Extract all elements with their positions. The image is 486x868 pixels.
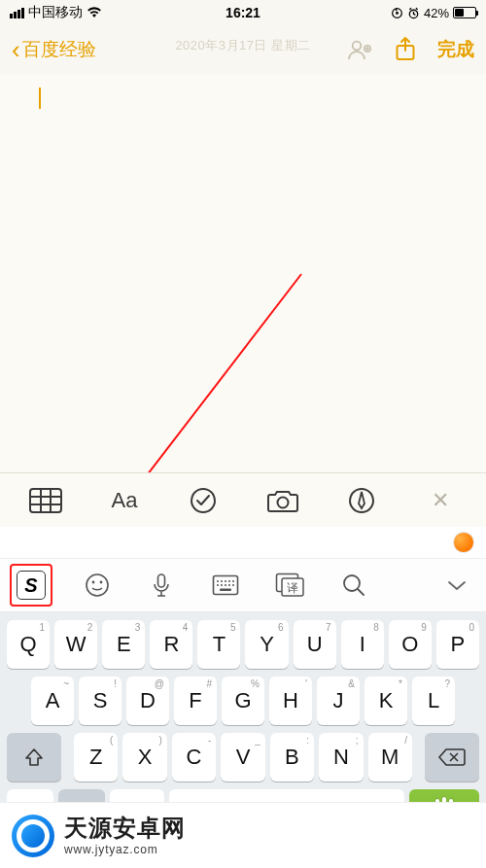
sogou-s-label: S <box>24 574 37 597</box>
status-bar: 中国移动 16:21 42% <box>0 0 486 25</box>
backspace-key[interactable] <box>425 733 479 781</box>
ime-avatar-icon[interactable] <box>453 532 474 553</box>
battery-percent: 42% <box>424 6 449 20</box>
done-button[interactable]: 完成 <box>437 37 474 62</box>
svg-line-35 <box>358 589 364 595</box>
key-p[interactable]: P0 <box>436 620 479 669</box>
svg-point-25 <box>217 584 219 586</box>
checklist-button[interactable] <box>184 481 223 520</box>
shift-key[interactable] <box>7 733 61 781</box>
wifi-icon <box>87 7 102 18</box>
key-i[interactable]: I8 <box>341 620 384 669</box>
key-r[interactable]: R4 <box>150 620 192 669</box>
dismiss-keyboard-button[interactable]: ✕ <box>421 481 460 520</box>
camera-button[interactable] <box>263 481 302 520</box>
alarm-icon <box>407 7 420 19</box>
svg-point-17 <box>100 581 103 584</box>
close-icon: ✕ <box>432 488 449 513</box>
key-c[interactable]: C- <box>172 733 216 781</box>
status-time: 16:21 <box>226 5 260 20</box>
signal-icon <box>10 8 24 18</box>
svg-point-23 <box>228 580 230 582</box>
key-d[interactable]: D@ <box>126 677 169 725</box>
back-label: 百度经验 <box>22 37 96 62</box>
keyboard-switch-button[interactable] <box>206 566 245 605</box>
svg-point-29 <box>232 584 234 586</box>
key-e[interactable]: E3 <box>102 620 145 669</box>
key-f[interactable]: F# <box>174 677 217 725</box>
nav-bar: ‹ 百度经验 2020年3月17日 星期二 完成 <box>0 25 486 74</box>
translate-button[interactable]: 译 <box>270 566 309 605</box>
key-a[interactable]: A~ <box>31 677 74 725</box>
svg-rect-30 <box>220 589 231 592</box>
key-k[interactable]: K* <box>364 677 407 725</box>
key-z[interactable]: Z( <box>74 733 118 781</box>
svg-rect-1 <box>396 12 399 15</box>
key-q[interactable]: Q1 <box>7 620 50 669</box>
key-y[interactable]: Y6 <box>245 620 288 669</box>
svg-point-16 <box>92 581 95 584</box>
back-button[interactable]: ‹ 百度经验 <box>12 37 96 62</box>
search-button[interactable] <box>334 566 373 605</box>
key-n[interactable]: N; <box>319 733 363 781</box>
svg-point-13 <box>277 497 288 507</box>
key-u[interactable]: U7 <box>294 620 336 669</box>
collaborate-icon[interactable] <box>346 38 373 61</box>
svg-point-26 <box>221 584 223 586</box>
watermark-logo-icon <box>12 815 54 857</box>
svg-point-3 <box>353 42 362 51</box>
key-x[interactable]: X) <box>122 733 166 781</box>
key-o[interactable]: O9 <box>389 620 432 669</box>
key-s[interactable]: S! <box>79 677 122 725</box>
format-toolbar: Aa ✕ <box>0 472 486 527</box>
soft-keyboard: Q1W2E3R4T5Y6U7I8O9P0 A~S!D@F#G%H'J&K*L? … <box>0 612 486 802</box>
key-m[interactable]: M/ <box>368 733 412 781</box>
table-button[interactable] <box>26 481 65 520</box>
voice-button[interactable] <box>142 566 181 605</box>
watermark-url: www.jytyaz.com <box>64 843 186 857</box>
svg-point-22 <box>225 580 226 582</box>
carrier-label: 中国移动 <box>28 4 83 21</box>
note-editor[interactable] <box>0 74 486 472</box>
emoji-button[interactable] <box>78 566 117 605</box>
text-style-button[interactable]: Aa <box>105 481 144 520</box>
key-j[interactable]: J& <box>317 677 360 725</box>
share-icon[interactable] <box>395 37 416 62</box>
svg-text:译: 译 <box>287 581 298 595</box>
aa-label: Aa <box>112 488 138 513</box>
sogou-logo-button[interactable]: S <box>10 564 52 607</box>
svg-point-12 <box>191 489 215 512</box>
svg-rect-18 <box>158 574 165 587</box>
svg-point-20 <box>217 580 219 582</box>
svg-point-15 <box>87 574 108 596</box>
key-b[interactable]: B: <box>270 733 314 781</box>
markup-button[interactable] <box>342 481 381 520</box>
key-l[interactable]: L? <box>412 677 455 725</box>
battery-icon <box>453 7 476 18</box>
text-cursor <box>39 87 41 109</box>
svg-point-24 <box>232 580 234 582</box>
svg-point-28 <box>228 584 230 586</box>
key-g[interactable]: G% <box>222 677 264 725</box>
svg-rect-7 <box>30 489 61 512</box>
key-h[interactable]: H' <box>269 677 312 725</box>
note-date-meta: 2020年3月17日 星期二 <box>175 37 310 54</box>
svg-point-27 <box>225 584 226 586</box>
ime-toolbar: S 译 <box>0 558 486 612</box>
svg-point-21 <box>221 580 223 582</box>
key-t[interactable]: T5 <box>197 620 240 669</box>
key-w[interactable]: W2 <box>54 620 97 669</box>
ime-account-row <box>0 527 486 558</box>
chevron-left-icon: ‹ <box>12 37 20 62</box>
site-watermark: 天源安卓网 www.jytyaz.com <box>0 802 486 868</box>
collapse-keyboard-button[interactable] <box>437 566 476 605</box>
rotation-lock-icon <box>391 7 403 19</box>
watermark-title: 天源安卓网 <box>64 814 186 843</box>
key-v[interactable]: V_ <box>221 733 264 781</box>
